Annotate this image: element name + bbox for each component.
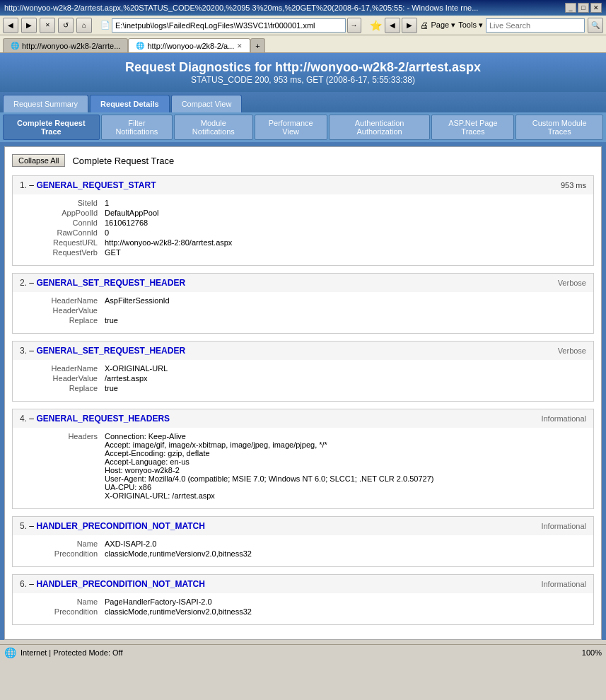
trace-item-6-title: 6. – HANDLER_PRECONDITION_NOT_MATCH — [20, 579, 205, 589]
subtab-performance-view[interactable]: Performance View — [255, 115, 327, 140]
address-bar[interactable] — [112, 18, 346, 33]
trace-item-2-title: 2. – GENERAL_SET_REQUEST_HEADER — [20, 278, 185, 288]
tab-compact-view[interactable]: Compact View — [171, 95, 243, 112]
trace-item-4: 4. – GENERAL_REQUEST_HEADERS Information… — [12, 409, 594, 509]
trace-item-5-badge: Informational — [541, 522, 586, 530]
tab2-close[interactable]: ✕ — [237, 42, 243, 49]
page-header: Request Diagnostics for http://wonyoo-w2… — [0, 53, 606, 92]
tab-request-details[interactable]: Request Details — [90, 95, 170, 112]
back-button[interactable]: ◀ — [3, 18, 18, 33]
trace-row: RequestVerb GET — [20, 248, 586, 257]
trace-item-5-title: 5. – HANDLER_PRECONDITION_NOT_MATCH — [20, 521, 205, 531]
trace-item-2-link[interactable]: GENERAL_SET_REQUEST_HEADER — [36, 278, 185, 288]
trace-item-6: 6. – HANDLER_PRECONDITION_NOT_MATCH Info… — [12, 574, 594, 625]
stop-button[interactable]: ✕ — [40, 18, 55, 33]
trace-item-5-link[interactable]: HANDLER_PRECONDITION_NOT_MATCH — [36, 521, 204, 531]
new-tab-button[interactable]: + — [250, 38, 264, 52]
trace-item-1-title: 1. – GENERAL_REQUEST_START — [20, 180, 156, 190]
trace-row: HeaderName X-ORIGINAL-URL — [20, 364, 586, 373]
address-go-button[interactable]: → — [347, 18, 361, 33]
prev-page-button[interactable]: ◀ — [385, 18, 400, 33]
collapse-all-button[interactable]: Collapse All — [12, 154, 65, 167]
trace-item-6-badge: Informational — [541, 580, 586, 588]
subtab-module-notifications[interactable]: Module Notifications — [174, 115, 252, 140]
close-button[interactable]: ✕ — [590, 3, 602, 13]
trace-row: Headers Connection: Keep-Alive Accept: i… — [20, 432, 586, 500]
trace-item-1: 1. – GENERAL_REQUEST_START 953 ms SiteId… — [12, 175, 594, 266]
trace-row: HeaderValue /arrtest.aspx — [20, 374, 586, 383]
trace-row: AppPoolId DefaultAppPool — [20, 209, 586, 217]
refresh-button[interactable]: ↺ — [58, 18, 74, 33]
sub-tabs: Complete Request Trace Filter Notificati… — [0, 112, 606, 142]
trace-item-4-badge: Informational — [541, 414, 586, 423]
page-content: Request Diagnostics for http://wonyoo-w2… — [0, 53, 606, 640]
trace-item-3-badge: Verbose — [558, 346, 586, 355]
trace-item-2-header: 2. – GENERAL_SET_REQUEST_HEADER Verbose — [13, 274, 593, 292]
subtab-aspnet-page-traces[interactable]: ASP.Net Page Traces — [431, 115, 514, 140]
tools-dropdown[interactable]: Tools ▾ — [458, 21, 483, 30]
trace-item-3-link[interactable]: GENERAL_SET_REQUEST_HEADER — [36, 346, 185, 356]
subtab-filter-notifications[interactable]: Filter Notifications — [101, 115, 173, 140]
trace-item-3-body: HeaderName X-ORIGINAL-URL HeaderValue /a… — [13, 360, 593, 401]
browser-tabs: 🌐 http://wonyoo-w2k8-2/arrte... 🌐 http:/… — [0, 35, 606, 53]
minimize-button[interactable]: _ — [565, 3, 576, 13]
trace-item-5-header: 5. – HANDLER_PRECONDITION_NOT_MATCH Info… — [13, 517, 593, 535]
search-input[interactable] — [486, 18, 585, 33]
page-title-link[interactable]: http://wonyoo-w2k8-2/arrtest.aspx — [275, 60, 481, 74]
trace-row: SiteId 1 — [20, 199, 586, 207]
trace-row: Name AXD-ISAPI-2.0 — [20, 539, 586, 548]
trace-item-4-title: 4. – GENERAL_REQUEST_HEADERS — [20, 414, 170, 424]
trace-item-6-link[interactable]: HANDLER_PRECONDITION_NOT_MATCH — [36, 579, 204, 589]
zoom-level: 100% — [582, 648, 602, 657]
trace-row: Precondition classicMode,runtimeVersionv… — [20, 607, 586, 616]
home-button[interactable]: ⌂ — [76, 18, 92, 33]
status-text: Internet | Protected Mode: Off — [21, 648, 123, 657]
tab2-icon: 🌐 — [136, 42, 144, 49]
titlebar-buttons[interactable]: _ □ ✕ — [565, 3, 602, 13]
trace-item-4-body: Headers Connection: Keep-Alive Accept: i… — [13, 428, 593, 508]
page-dropdown[interactable]: Page ▾ — [431, 21, 456, 30]
trace-item-2: 2. – GENERAL_SET_REQUEST_HEADER Verbose … — [12, 273, 594, 334]
trace-item-6-header: 6. – HANDLER_PRECONDITION_NOT_MATCH Info… — [13, 575, 593, 593]
section-title: Complete Request Trace — [72, 156, 174, 166]
status-bar: 🌐 Internet | Protected Mode: Off 100% — [0, 644, 606, 660]
trace-item-2-badge: Verbose — [558, 279, 586, 287]
trace-row: ConnId 1610612768 — [20, 218, 586, 227]
subtab-auth-authorization[interactable]: Authentication Authorization — [329, 115, 431, 140]
print-icon: 🖨 — [420, 21, 429, 30]
status-icon: 🌐 — [4, 647, 16, 658]
trace-item-4-link[interactable]: GENERAL_REQUEST_HEADERS — [36, 414, 170, 424]
address-icon: 📄 — [100, 21, 110, 30]
tab1-icon: 🌐 — [11, 42, 19, 49]
status-bar-right: 100% — [582, 648, 602, 657]
trace-item-3: 3. – GENERAL_SET_REQUEST_HEADER Verbose … — [12, 341, 594, 402]
browser-tab-1[interactable]: 🌐 http://wonyoo-w2k8-2/arrte... — [3, 38, 128, 52]
trace-item-2-body: HeaderName AspFilterSessionId HeaderValu… — [13, 292, 593, 333]
forward-button[interactable]: ▶ — [21, 18, 37, 33]
star-icon: ⭐ — [370, 20, 382, 31]
content-area: Collapse All Complete Request Trace 1. –… — [4, 146, 602, 640]
next-page-button[interactable]: ▶ — [402, 18, 417, 33]
subtab-complete-request-trace[interactable]: Complete Request Trace — [3, 115, 100, 140]
trace-item-4-header: 4. – GENERAL_REQUEST_HEADERS Information… — [13, 409, 593, 428]
trace-row: Replace true — [20, 316, 586, 325]
page-title: Request Diagnostics for http://wonyoo-w2… — [7, 60, 599, 75]
tab1-label: http://wonyoo-w2k8-2/arrte... — [22, 42, 120, 50]
browser-tab-2[interactable]: 🌐 http://wonyoo-w2k8-2/a... ✕ — [128, 38, 250, 52]
trace-item-3-title: 3. – GENERAL_SET_REQUEST_HEADER — [20, 346, 185, 356]
search-button[interactable]: 🔍 — [588, 18, 603, 33]
trace-item-6-body: Name PageHandlerFactory-ISAPI-2.0 Precon… — [13, 593, 593, 624]
trace-item-5-body: Name AXD-ISAPI-2.0 Precondition classicM… — [13, 535, 593, 566]
trace-item-1-link[interactable]: GENERAL_REQUEST_START — [36, 180, 156, 190]
trace-row: RequestURL http://wonyoo-w2k8-2:80/arrte… — [20, 238, 586, 247]
browser-titlebar: http://wonyoo-w2k8-2/arrtest.aspx,%20STA… — [0, 0, 606, 16]
trace-item-3-header: 3. – GENERAL_SET_REQUEST_HEADER Verbose — [13, 342, 593, 360]
trace-item-1-header: 1. – GENERAL_REQUEST_START 953 ms — [13, 176, 593, 194]
restore-button[interactable]: □ — [578, 3, 589, 13]
trace-item-5: 5. – HANDLER_PRECONDITION_NOT_MATCH Info… — [12, 516, 594, 567]
tab-request-summary[interactable]: Request Summary — [3, 95, 88, 112]
trace-row: RawConnId 0 — [20, 228, 586, 237]
trace-row: Name PageHandlerFactory-ISAPI-2.0 — [20, 597, 586, 606]
subtab-custom-module-traces[interactable]: Custom Module Traces — [515, 115, 603, 140]
trace-row: Replace true — [20, 384, 586, 392]
